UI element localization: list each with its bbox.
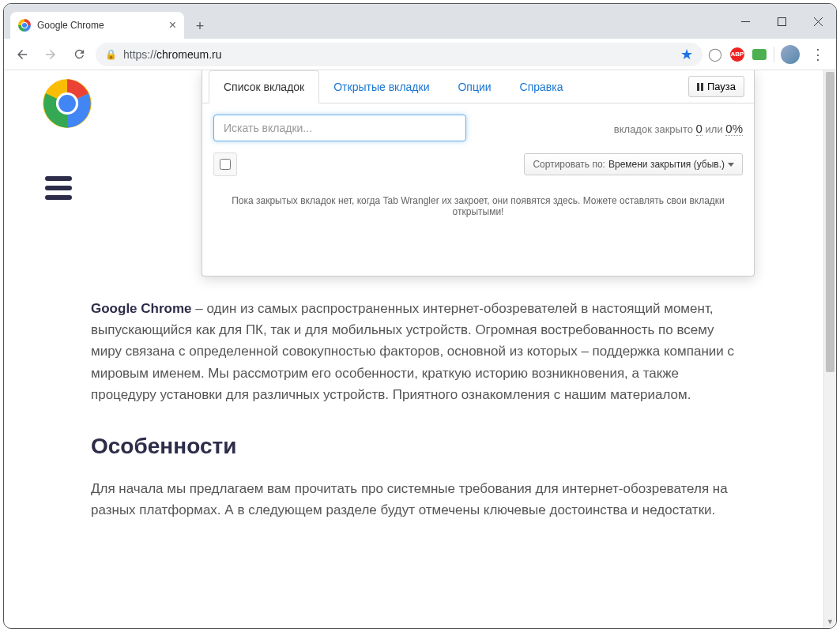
bookmark-star-icon[interactable]: ★ (680, 46, 693, 63)
page: Google Chrome – один из самых распростра… (4, 70, 823, 628)
profile-avatar[interactable] (781, 45, 800, 64)
toolbar-row: Сортировать по: Времени закрытия (убыв.) (213, 152, 743, 176)
url-text: https://chromeum.ru (123, 48, 222, 61)
closed-tabs-info: вкладок закрыто 0 или 0% (614, 122, 743, 135)
paragraph-intro: Google Chrome – один из самых распростра… (91, 298, 744, 405)
checkbox-input[interactable] (220, 159, 231, 170)
window-controls (727, 4, 836, 39)
search-input[interactable] (213, 115, 466, 141)
tab-title: Google Chrome (37, 20, 163, 31)
abp-icon[interactable]: ABP (729, 47, 745, 62)
pause-button[interactable]: Пауза (688, 76, 744, 97)
popup-body: вкладок закрыто 0 или 0% Сортировать по:… (202, 103, 754, 276)
minimize-button[interactable] (727, 4, 763, 39)
tab-tab-list[interactable]: Список вкладок (209, 70, 319, 103)
browser-tab[interactable]: Google Chrome × (10, 12, 184, 39)
titlebar: Google Chrome × + (4, 4, 836, 39)
menu-button[interactable]: ⋮ (806, 43, 830, 66)
tab-help[interactable]: Справка (506, 71, 578, 103)
sort-label: Сортировать по: (533, 159, 605, 170)
chevron-down-icon (728, 163, 734, 167)
scrollbar[interactable]: ▲ ▼ (823, 70, 836, 628)
close-tab-icon[interactable]: × (169, 18, 176, 32)
forward-button[interactable] (39, 43, 62, 66)
browser-window: Google Chrome × + 🔒 https://chromeum.ru … (3, 3, 837, 629)
close-window-button[interactable] (800, 4, 836, 39)
pause-label: Пауза (707, 81, 736, 92)
extension-area: ◯ ABP ⋮ (707, 43, 830, 66)
svg-point-6 (58, 95, 76, 112)
sort-value: Времени закрытия (убыв.) (608, 159, 725, 170)
pause-icon (697, 83, 703, 91)
divider (774, 47, 774, 62)
paragraph-features: Для начала мы предлагаем вам прочитать п… (91, 478, 744, 521)
article: Google Chrome – один из самых распростра… (91, 263, 744, 521)
address-bar: 🔒 https://chromeum.ru ★ ◯ ABP ⋮ (4, 39, 836, 70)
heading-features: Особенности (91, 434, 744, 459)
lock-icon: 🔒 (105, 49, 117, 60)
extension-popup: Список вкладок Открытые вкладки Опции Сп… (202, 70, 755, 276)
maximize-button[interactable] (763, 4, 800, 39)
tab-wrangler-icon[interactable] (751, 47, 767, 62)
select-all-checkbox[interactable] (213, 152, 237, 176)
svg-rect-1 (778, 17, 785, 25)
tab-open-tabs[interactable]: Открытые вкладки (319, 71, 443, 103)
popup-tabs: Список вкладок Открытые вкладки Опции Сп… (202, 70, 754, 103)
url-input[interactable]: 🔒 https://chromeum.ru ★ (96, 43, 703, 66)
scroll-down-icon[interactable]: ▼ (824, 615, 836, 628)
scroll-thumb[interactable] (826, 72, 834, 372)
search-row: вкладок закрыто 0 или 0% (213, 115, 743, 141)
content-area: Google Chrome – один из самых распростра… (4, 70, 836, 628)
new-tab-button[interactable]: + (189, 15, 211, 37)
sort-dropdown[interactable]: Сортировать по: Времени закрытия (убыв.) (524, 153, 743, 175)
chrome-favicon-icon (18, 19, 31, 32)
chrome-logo-icon (42, 78, 92, 129)
back-button[interactable] (10, 43, 34, 66)
tab-options[interactable]: Опции (443, 71, 505, 103)
empty-message: Пока закрытых вкладок нет, когда Tab Wra… (213, 187, 743, 265)
reload-button[interactable] (67, 43, 91, 66)
tab-strip: Google Chrome × + (4, 4, 211, 39)
yandex-icon[interactable]: ◯ (707, 47, 723, 62)
